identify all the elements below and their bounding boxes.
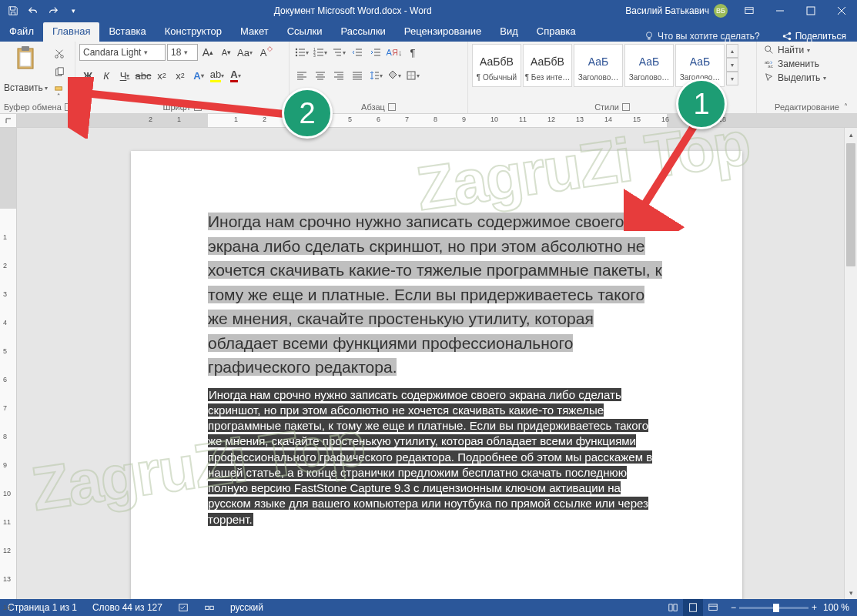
strikethrough-button[interactable]: abc: [135, 67, 152, 84]
scrollbar-vertical[interactable]: ▴ ▾: [844, 128, 857, 599]
tab-references[interactable]: Ссылки: [278, 22, 332, 42]
ribbon-display-icon[interactable]: [734, 0, 765, 22]
styles-up-icon[interactable]: ▴: [726, 44, 738, 58]
document-canvas[interactable]: Иногда нам срочно нужно записать содержи…: [17, 128, 844, 599]
close-button[interactable]: [826, 0, 857, 22]
align-left-icon[interactable]: [293, 67, 310, 84]
ruler-vertical[interactable]: 123456789101112131415161718: [0, 128, 17, 599]
grow-font-icon[interactable]: A▴: [199, 44, 216, 61]
zoom-in-icon[interactable]: +: [812, 602, 817, 613]
tab-insert[interactable]: Вставка: [99, 22, 155, 42]
style-heading3[interactable]: АаБЗаголово…: [675, 44, 725, 87]
select-button[interactable]: Выделить▾: [761, 72, 853, 84]
collapse-ribbon-icon[interactable]: ˄: [839, 101, 852, 112]
styles-down-icon[interactable]: ▾: [726, 58, 738, 72]
building-blocks-icon[interactable]: [196, 602, 223, 613]
font-name-select[interactable]: Candara Light▾: [79, 44, 166, 61]
highlight-icon[interactable]: ab▾: [209, 67, 226, 84]
tab-layout[interactable]: Макет: [231, 22, 278, 42]
decrease-indent-icon[interactable]: [349, 44, 366, 61]
clear-format-icon[interactable]: A◇: [255, 44, 272, 61]
change-case-icon[interactable]: Aa▾: [236, 44, 253, 61]
scroll-down-icon[interactable]: ▾: [845, 586, 857, 599]
align-center-icon[interactable]: [312, 67, 329, 84]
share-button[interactable]: Поделиться: [771, 31, 857, 42]
shading-icon[interactable]: ▾: [386, 67, 403, 84]
shrink-font-icon[interactable]: A▾: [218, 44, 235, 61]
zoom-slider[interactable]: [739, 607, 808, 609]
underline-button[interactable]: Ч▾: [116, 67, 133, 84]
tab-review[interactable]: Рецензирование: [395, 22, 490, 42]
copy-icon[interactable]: [51, 64, 68, 81]
subscript-button[interactable]: x2: [153, 67, 170, 84]
clipboard-dialog-icon[interactable]: [65, 103, 71, 111]
status-page[interactable]: Страница 1 из 1: [0, 602, 85, 613]
styles-more-icon[interactable]: ▾: [726, 72, 738, 85]
doc-paragraph-2[interactable]: Иногда нам срочно нужно записать содержи…: [208, 387, 665, 527]
lightbulb-icon: [644, 31, 654, 42]
cut-icon[interactable]: [51, 45, 68, 62]
save-icon[interactable]: [5, 2, 22, 19]
sort-icon[interactable]: AЯ↓: [386, 44, 403, 61]
style-nospacing[interactable]: АаБбВ¶ Без инте…: [523, 44, 572, 87]
tab-mailings[interactable]: Рассылки: [331, 22, 394, 42]
scroll-up-icon[interactable]: ▴: [845, 128, 857, 141]
maximize-button[interactable]: [795, 0, 826, 22]
status-words[interactable]: Слово 44 из 127: [85, 602, 170, 613]
tab-selector-icon[interactable]: [0, 114, 17, 128]
zoom-out-icon[interactable]: −: [731, 602, 736, 613]
style-heading1[interactable]: АаБЗаголово…: [574, 44, 623, 87]
font-dialog-icon[interactable]: [194, 103, 202, 111]
tab-view[interactable]: Вид: [490, 22, 527, 42]
doc-paragraph-1[interactable]: Иногда нам срочно нужно записать содержи…: [208, 209, 665, 380]
minimize-button[interactable]: [765, 0, 795, 22]
font-size-select[interactable]: 18▾: [167, 44, 198, 61]
replace-button[interactable]: abacЗаменить: [761, 58, 853, 70]
status-language[interactable]: русский: [223, 602, 271, 613]
tell-me-search[interactable]: Что вы хотите сделать?: [633, 31, 771, 42]
bullets-icon[interactable]: ▾: [293, 44, 310, 61]
italic-button[interactable]: К: [98, 67, 115, 84]
text-effects-icon[interactable]: A▾: [190, 67, 207, 84]
tab-help[interactable]: Справка: [527, 22, 585, 42]
superscript-button[interactable]: x2: [172, 67, 189, 84]
qat-dropdown-icon[interactable]: ▾: [65, 2, 82, 19]
multilevel-icon[interactable]: ▾: [330, 44, 347, 61]
align-justify-icon[interactable]: [349, 67, 366, 84]
line-spacing-icon[interactable]: ▾: [367, 67, 384, 84]
numbering-icon[interactable]: 123▾: [312, 44, 329, 61]
redo-icon[interactable]: [45, 2, 62, 19]
show-marks-icon[interactable]: ¶: [404, 44, 421, 61]
status-spellcheck-icon[interactable]: [170, 602, 196, 613]
align-right-icon[interactable]: [330, 67, 347, 84]
svg-rect-7: [22, 46, 29, 51]
view-web-icon[interactable]: [703, 599, 723, 616]
user-avatar[interactable]: ВБ: [714, 4, 728, 18]
view-print-icon[interactable]: [683, 599, 703, 616]
tab-file[interactable]: Файл: [0, 22, 43, 42]
scroll-thumb[interactable]: [846, 143, 855, 266]
zoom-level[interactable]: 100 %: [823, 602, 849, 613]
cursor-icon: [764, 72, 775, 83]
font-group-label: Шрифт: [162, 102, 190, 112]
tab-design[interactable]: Конструктор: [156, 22, 231, 42]
paste-button[interactable]: [8, 44, 42, 82]
undo-icon[interactable]: [25, 2, 42, 19]
ruler-horizontal[interactable]: 21123456789101112131415161718: [17, 114, 857, 127]
increase-indent-icon[interactable]: [367, 44, 384, 61]
user-name[interactable]: Василий Батькавич: [625, 5, 709, 16]
font-color-icon[interactable]: A▾: [227, 67, 244, 84]
svg-point-15: [296, 52, 297, 53]
style-normal[interactable]: АаБбВ¶ Обычный: [472, 44, 521, 87]
clipboard-icon: [15, 45, 36, 70]
bold-button[interactable]: Ж: [79, 67, 96, 84]
find-button[interactable]: Найти▾: [761, 44, 853, 56]
style-heading2[interactable]: АаБЗаголово…: [624, 44, 674, 87]
paste-label[interactable]: Вставить▾: [4, 82, 48, 93]
borders-icon[interactable]: ▾: [404, 67, 421, 84]
tab-home[interactable]: Главная: [43, 22, 99, 42]
format-painter-icon[interactable]: [51, 82, 68, 99]
paragraph-dialog-icon[interactable]: [388, 103, 396, 111]
styles-dialog-icon[interactable]: [622, 103, 630, 111]
view-read-icon[interactable]: [663, 599, 683, 616]
